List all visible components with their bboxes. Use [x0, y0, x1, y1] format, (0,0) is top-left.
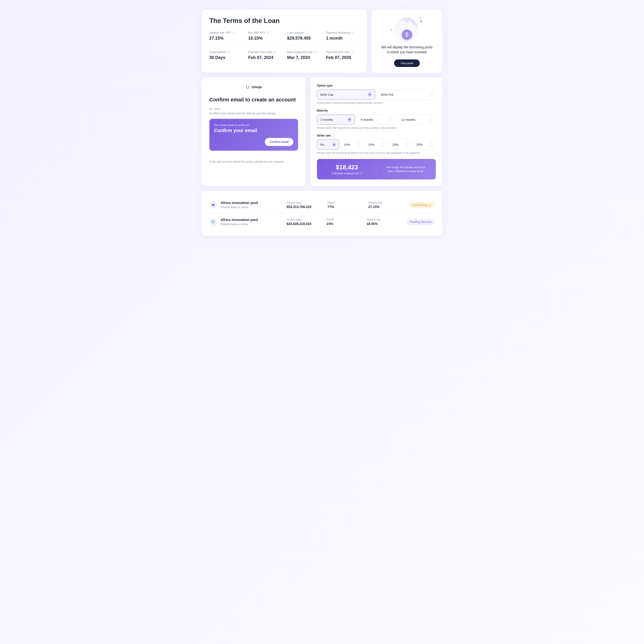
term-interest-rate: Interest rate. APYi 27.15% [209, 31, 243, 41]
info-icon[interactable]: i [359, 172, 362, 175]
strike-25[interactable]: 25% [413, 140, 436, 150]
pool-desc: Fintech loans in Africa [221, 206, 287, 209]
email-greeting: Hi, John [209, 107, 298, 111]
option-mxn-put[interactable]: MXN Put [378, 90, 436, 100]
radio-icon [429, 143, 433, 146]
pool-icon [209, 201, 217, 209]
pool-icon [209, 218, 217, 226]
term-grace-period: Grace periodi 30 Days [209, 50, 243, 60]
info-icon[interactable]: i [314, 51, 316, 54]
strike-rate-label: Strike rate i [317, 134, 436, 137]
info-icon[interactable]: i [332, 134, 334, 137]
radio-icon [381, 143, 384, 146]
email-title: Confirm email to create an account [209, 97, 298, 103]
spinner-icon [428, 204, 431, 206]
pool-desc: Fintech loans in Africa [221, 223, 287, 226]
pool-name: Africa innovation pool [221, 201, 287, 205]
status-badge-secured: Funding Secured [407, 219, 435, 225]
strike-15[interactable]: 15% [365, 140, 387, 150]
option-type-label: Option type [317, 84, 436, 87]
pools-text: We will display the borrowing pools in w… [381, 45, 433, 55]
strike-5[interactable]: 5% [317, 140, 339, 150]
term-loan-amount: Loan amounti $29,578.455 [287, 31, 320, 41]
radio-icon [428, 118, 432, 121]
maturity-row: 3 months 6 months 12 months [317, 115, 436, 125]
term-payment-end: Payment term endi Feb 07, 2026 [326, 50, 359, 60]
term-est-apy: Est. sBP APYi 10.15% [248, 31, 282, 41]
options-card: Option type MXN Call MXN Put Protect bas… [310, 77, 442, 186]
pool-name: Africa innovation pool [221, 218, 287, 222]
email-subtext: Confirm your email and be free to use th… [209, 112, 298, 115]
term-payment-start: Payment term starti Feb 07, 2024 [248, 50, 282, 60]
view-pools-button[interactable]: View pools [394, 59, 420, 67]
status-badge-fundraising: Fundraising [409, 202, 435, 208]
pools-card: $ We will display the borrowing pools in… [372, 9, 442, 73]
radio-icon [388, 118, 392, 121]
hedge-amount: $18,423 [323, 164, 372, 171]
pools-illustration: $ [392, 15, 422, 41]
info-icon[interactable]: i [266, 31, 269, 34]
strike-rate-row: 5% 10% 15% 20% 25% [317, 140, 436, 150]
confirm-email-box: The Umoja needs to verify you Confirm yo… [209, 119, 298, 151]
email-footer: If you are not sure about this action, p… [209, 160, 298, 163]
email-card: Umoja Confirm email to create an account… [202, 77, 306, 186]
pool-list-card: Africa innovation pool Fintech loans in … [202, 191, 442, 236]
option-mxn-call[interactable]: MXN Call [317, 90, 375, 100]
strike-10[interactable]: 10% [341, 140, 363, 150]
term-payment-frequency: Payment frequencyi 1 month [326, 31, 359, 41]
maturity-12-months[interactable]: 12 months [398, 115, 436, 125]
loan-terms-card: The Terms of the Loan Interest rate. APY… [202, 9, 367, 73]
loan-terms-grid: Interest rate. APYi 27.15% Est. sBP APYi… [209, 31, 359, 60]
pool-row[interactable]: Africa innovation pool Fintech loans in … [209, 196, 435, 213]
info-icon[interactable]: i [273, 51, 276, 54]
maturity-6-months[interactable]: 6 months [357, 115, 395, 125]
pool-row[interactable]: Africa innovation pool Fintech loans in … [209, 213, 435, 230]
brand-logo: Umoja [209, 85, 298, 89]
info-icon[interactable]: i [233, 31, 235, 34]
term-next-repayment: Next repayment duei Mar 7, 2024 [287, 50, 320, 60]
maturity-label: Maturity [317, 109, 436, 112]
strike-20[interactable]: 20% [389, 140, 411, 150]
hedge-description: Your hedge will activate protection if t… [376, 165, 430, 173]
confirm-email-button[interactable]: Confirm email [265, 138, 293, 146]
loan-terms-title: The Terms of the Loan [209, 17, 359, 25]
radio-icon [368, 93, 372, 96]
option-type-row: MXN Call MXN Put [317, 90, 436, 100]
radio-icon [405, 143, 408, 146]
info-icon[interactable]: i [305, 31, 307, 34]
radio-icon [428, 93, 432, 96]
radio-icon [356, 143, 360, 146]
radio-icon [348, 118, 351, 121]
hedge-summary: $18,423 Estimated hedging cost i Your he… [317, 159, 436, 179]
dollar-icon: $ [402, 29, 412, 40]
info-icon[interactable]: i [351, 31, 354, 34]
info-icon[interactable]: i [350, 51, 353, 54]
info-icon[interactable]: i [227, 51, 229, 54]
maturity-3-months[interactable]: 3 months [317, 115, 355, 125]
radio-icon [332, 143, 336, 146]
svg-point-0 [212, 220, 214, 223]
umoja-icon [245, 85, 250, 89]
